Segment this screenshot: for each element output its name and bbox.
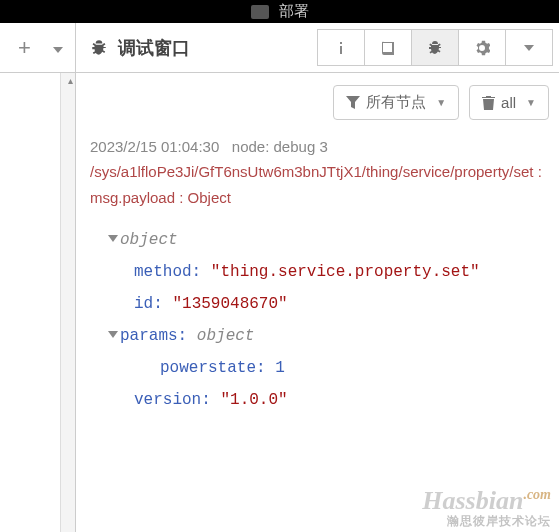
- debug-message-header: 2023/2/15 01:04:30 node: debug 3: [90, 138, 549, 155]
- toolbar: + 调试窗口: [0, 23, 559, 73]
- caret-down-icon: ▼: [436, 97, 446, 108]
- panel-header: 调试窗口: [76, 23, 317, 72]
- workspace-gutter: ▴: [0, 73, 76, 532]
- prop-value[interactable]: "1359048670": [172, 295, 287, 313]
- info-icon: [333, 40, 349, 56]
- prop-key[interactable]: version:: [134, 391, 211, 409]
- deploy-label[interactable]: 部署: [279, 2, 309, 21]
- panel-title-text: 调试窗口: [118, 36, 190, 60]
- tab-info[interactable]: [317, 29, 365, 66]
- prop-value[interactable]: "1.0.0": [220, 391, 287, 409]
- title-bar: 部署: [0, 0, 559, 23]
- gear-icon: [474, 40, 490, 56]
- tab-debug[interactable]: [411, 29, 459, 66]
- sidebar-tabs: [317, 23, 559, 72]
- expander-icon[interactable]: [108, 235, 118, 242]
- add-tab-button[interactable]: +: [4, 37, 45, 59]
- tab-menu-dropdown[interactable]: [45, 40, 71, 56]
- bug-icon: [427, 40, 443, 56]
- debug-node-name[interactable]: node: debug 3: [232, 138, 328, 155]
- filter-nodes-button[interactable]: 所有节点 ▼: [333, 85, 459, 120]
- bug-icon: [90, 39, 108, 57]
- prop-key[interactable]: id:: [134, 295, 163, 313]
- caret-down-icon: ▼: [526, 97, 536, 108]
- clear-log-label: all: [501, 94, 516, 111]
- trash-icon: [482, 96, 495, 110]
- tab-controls: +: [0, 23, 76, 72]
- prop-key[interactable]: powerstate:: [160, 359, 266, 377]
- debug-message-topic[interactable]: /sys/a1lfloPe3Ji/GfT6nsUtw6m3bnJTtjX1/th…: [90, 159, 549, 210]
- clear-log-button[interactable]: all ▼: [469, 85, 549, 120]
- debug-panel: 所有节点 ▼ all ▼ 2023/2/15 01:04:30 node: de…: [76, 73, 559, 532]
- filter-nodes-label: 所有节点: [366, 93, 426, 112]
- prop-key[interactable]: method:: [134, 263, 201, 281]
- tab-more-dropdown[interactable]: [505, 29, 553, 66]
- type-label: object: [197, 327, 255, 345]
- prop-value[interactable]: "thing.service.property.set": [211, 263, 480, 281]
- deploy-icon: [251, 5, 269, 19]
- caret-down-icon: [524, 45, 534, 51]
- prop-value[interactable]: 1: [275, 359, 285, 377]
- book-icon: [380, 40, 396, 56]
- scroll-up-icon[interactable]: ▴: [68, 75, 73, 86]
- tab-help[interactable]: [364, 29, 412, 66]
- debug-timestamp: 2023/2/15 01:04:30: [90, 138, 219, 155]
- tab-config[interactable]: [458, 29, 506, 66]
- debug-object-tree: object method: "thing.service.property.s…: [90, 224, 549, 416]
- watermark: Hassbian.com 瀚思彼岸技术论坛: [422, 489, 551, 526]
- expander-icon[interactable]: [108, 331, 118, 338]
- type-label: object: [120, 231, 178, 249]
- prop-key[interactable]: params:: [120, 327, 187, 345]
- filter-icon: [346, 96, 360, 110]
